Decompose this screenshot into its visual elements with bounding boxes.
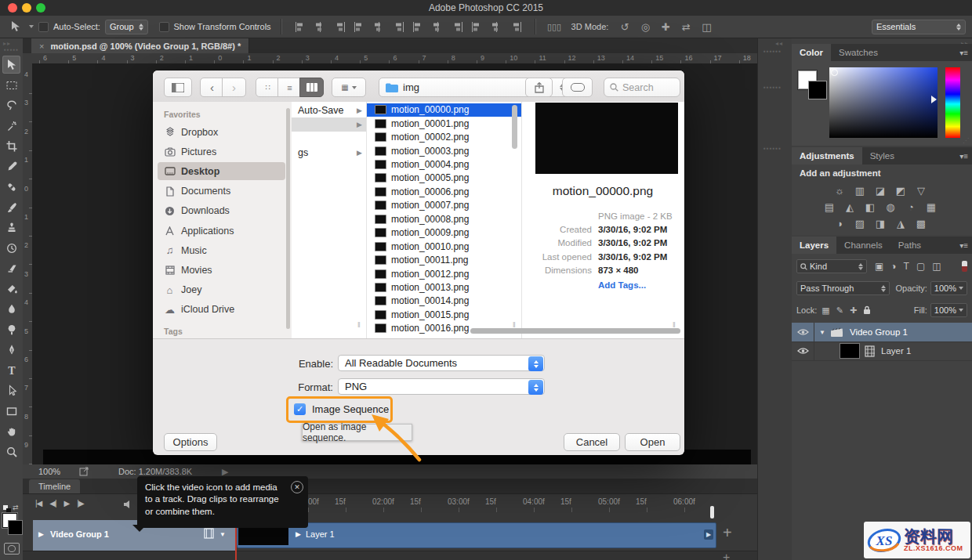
panel-grip[interactable]: ▪▪▪▪▪▪ <box>763 48 782 55</box>
sidebar-item-movies[interactable]: Movies <box>158 261 285 279</box>
zoom-tool[interactable] <box>2 443 20 461</box>
panel-menu-icon[interactable]: ▾≡ <box>959 241 968 250</box>
layers-tab-paths[interactable]: Paths <box>890 237 929 254</box>
blur-tool[interactable] <box>2 300 20 318</box>
exposure-icon[interactable]: ◩ <box>892 183 909 197</box>
spot-healing-brush-tool[interactable] <box>2 178 20 196</box>
blend-mode-dropdown[interactable]: Pass Through <box>796 281 890 295</box>
tooltip-close-icon[interactable]: ✕ <box>291 481 303 493</box>
file-row[interactable]: motion_00002.png <box>367 130 521 143</box>
sidebar-item-downloads[interactable]: Downloads <box>158 202 285 220</box>
file-row[interactable]: motion_00006.png <box>367 185 521 198</box>
panel-grip[interactable]: ▪▪▪▪▪▪ <box>763 84 782 91</box>
brightness-contrast-icon[interactable]: ☼ <box>831 183 848 197</box>
go-to-first-frame-button[interactable]: |◀ <box>35 499 42 508</box>
folder-item[interactable]: ▶ <box>292 117 366 132</box>
hue-slider-marker[interactable] <box>931 96 941 103</box>
sidebar-toggle-button[interactable] <box>164 78 192 97</box>
expand-panels-icon[interactable]: ◂◂ <box>775 40 783 47</box>
lock-image-pixels-icon[interactable]: ✎ <box>836 305 843 316</box>
3d-pan-icon[interactable]: ✚ <box>658 19 673 34</box>
document-tab[interactable]: × motion.psd @ 100% (Video Group 1, RGB/… <box>31 38 249 53</box>
icon-view-button[interactable]: ∷ <box>256 78 280 97</box>
horizontal-scrollbar-thumb[interactable] <box>470 328 680 334</box>
channel-mixer-icon[interactable]: ◔ <box>902 200 919 214</box>
audio-mute-icon[interactable] <box>123 500 134 509</box>
type-layer-filter-icon[interactable]: T <box>904 261 909 272</box>
clip-transition-icon[interactable]: ▶ <box>704 529 713 540</box>
timeline-tab[interactable]: Timeline <box>29 479 80 493</box>
3d-slide-icon[interactable]: ⇄ <box>679 19 693 34</box>
distribute-horizontal-centers-icon[interactable] <box>488 19 506 34</box>
column-resize-handle[interactable]: ‖ <box>357 321 361 329</box>
eyedropper-tool[interactable] <box>2 157 20 175</box>
align-bottom-edges-icon[interactable] <box>390 19 408 34</box>
lock-position-icon[interactable]: ✚ <box>850 305 857 316</box>
curves-icon[interactable]: ◪ <box>872 183 889 197</box>
rectangle-tool[interactable] <box>2 402 20 420</box>
invert-icon[interactable]: ◑ <box>831 216 848 230</box>
sidebar-item-desktop[interactable]: Desktop <box>158 162 285 180</box>
align-right-edges-icon[interactable] <box>331 19 349 34</box>
type-tool[interactable]: T <box>2 361 20 379</box>
color-picker-field[interactable] <box>829 67 938 138</box>
layer-row-video-group-1[interactable]: ▼Video Group 1 <box>792 323 972 342</box>
add-audio-track-button[interactable]: + <box>723 551 730 560</box>
panel-menu-icon[interactable]: ▾≡ <box>959 49 968 57</box>
format-dropdown[interactable]: PNG <box>338 378 545 395</box>
add-media-chevron-icon[interactable]: ▼ <box>219 531 226 538</box>
file-row[interactable]: motion_00007.png <box>367 199 521 212</box>
selective-color-icon[interactable]: ◮ <box>892 216 909 230</box>
auto-select-dropdown[interactable]: Group <box>105 20 148 34</box>
background-color-swatch[interactable] <box>8 520 23 535</box>
arrange-button[interactable]: ▦ <box>332 78 366 97</box>
hue-saturation-icon[interactable]: ▤ <box>821 200 838 214</box>
sidebar-item-applications[interactable]: Applications <box>158 222 285 240</box>
align-top-edges-icon[interactable] <box>350 19 368 34</box>
column-view-button[interactable] <box>299 78 324 97</box>
default-colors-icon[interactable] <box>3 505 11 513</box>
enable-dropdown[interactable]: All Readable Documents <box>338 355 545 371</box>
lasso-tool[interactable] <box>2 96 20 114</box>
file-row[interactable]: motion_00005.png <box>367 172 521 185</box>
sidebar-item-pictures[interactable]: Pictures <box>158 143 285 161</box>
distribute-top-edges-icon[interactable] <box>409 19 427 34</box>
panel-grip[interactable]: ▪▪▪▪▪▪ <box>763 145 782 152</box>
adjustments-tab-adjustments[interactable]: Adjustments <box>792 147 862 164</box>
sidebar-item-icloud-drive[interactable]: ☁iCloud Drive <box>158 301 285 319</box>
file-row[interactable]: motion_00009.png <box>367 226 521 240</box>
options-button[interactable]: Options <box>164 433 217 451</box>
photo-filter-icon[interactable]: ◍ <box>882 200 899 214</box>
workspace-dropdown[interactable]: Essentials <box>872 20 966 34</box>
video-clip-layer-1[interactable]: ▶ Layer 1 ▶ <box>237 522 716 548</box>
align-vertical-centers-icon[interactable] <box>370 19 388 34</box>
hue-strip[interactable] <box>945 67 960 138</box>
pen-tool[interactable] <box>2 341 20 359</box>
color-tab-swatches[interactable]: Swatches <box>831 44 886 61</box>
threshold-icon[interactable]: ◨ <box>872 216 889 230</box>
levels-icon[interactable]: ▥ <box>851 183 869 197</box>
color-tab-color[interactable]: Color <box>792 44 831 61</box>
folder-item-Auto-Save[interactable]: Auto-Save▶ <box>292 103 366 117</box>
3d-camera-icon[interactable]: ◫ <box>699 19 713 34</box>
shape-layer-filter-icon[interactable]: ▢ <box>916 261 925 272</box>
layer-filter-dropdown[interactable]: Kind <box>796 259 867 273</box>
pixel-layer-filter-icon[interactable]: ▣ <box>875 261 883 272</box>
sidebar-item-documents[interactable]: Documents <box>158 182 285 201</box>
close-window-button[interactable] <box>8 3 17 13</box>
3d-roll-icon[interactable]: ◎ <box>638 19 652 34</box>
smart-object-filter-icon[interactable]: ◫ <box>932 261 941 272</box>
document-size-info[interactable]: Doc: 1.20M/383.8K <box>118 467 192 476</box>
path-selection-tool[interactable] <box>2 381 20 399</box>
layer-row-layer-1[interactable]: Layer 1 <box>792 341 972 361</box>
zoom-window-button[interactable] <box>36 3 45 13</box>
clip-disclosure-icon[interactable]: ▶ <box>296 530 301 538</box>
history-brush-tool[interactable] <box>2 239 20 257</box>
quick-mask-mode-icon[interactable] <box>4 543 20 555</box>
disclosure-triangle-icon[interactable]: ▶ <box>38 530 44 538</box>
tags-button[interactable] <box>562 78 593 97</box>
visibility-eye-icon[interactable] <box>792 323 814 341</box>
back-button[interactable]: ‹ <box>200 78 224 97</box>
panel-grip[interactable]: ▪▪▪▪▪ <box>4 46 19 53</box>
color-picker-marker[interactable] <box>831 69 838 76</box>
